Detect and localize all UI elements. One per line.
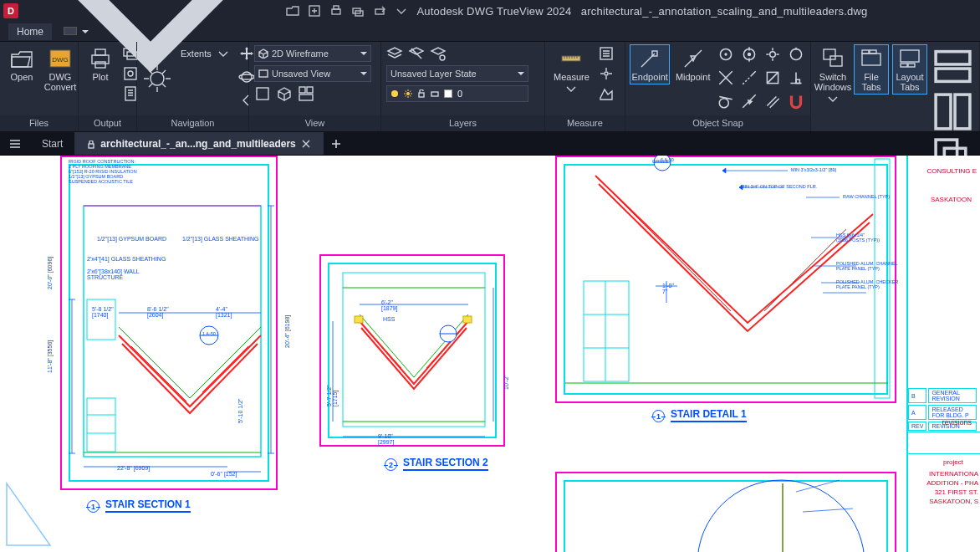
panel-layers-title: Layers (381, 115, 544, 131)
roof-note-1: RIGID ROOF CONSTRUCTION: 2 PLY ROOFING M… (69, 159, 169, 184)
measure-area-icon[interactable] (598, 85, 615, 102)
open-button[interactable]: Open (5, 45, 38, 84)
layer-iso-icon[interactable] (430, 45, 447, 62)
sec2-rh: 10'-2" (503, 375, 509, 390)
close-icon[interactable] (301, 139, 311, 149)
ui-tile-v-icon[interactable] (932, 124, 974, 135)
osnap-perpendicular-icon[interactable] (787, 69, 805, 87)
dim-run-left: 5'-8 1/2"[1740] (92, 306, 114, 318)
ui-tile-h-icon[interactable] (932, 79, 974, 90)
print-icon[interactable] (329, 4, 343, 18)
osnap-nearest-icon[interactable] (740, 92, 758, 110)
svg-rect-13 (125, 68, 136, 79)
svg-rect-40 (796, 79, 799, 83)
document-tab[interactable]: architectural_-_an...ng_and_multileaders (75, 132, 323, 155)
osnap-center-icon[interactable] (717, 45, 735, 64)
start-tab[interactable]: Start (30, 132, 75, 155)
det-b: MIN 3/4" ON TOP OF SECOND FLR. (741, 184, 817, 189)
view-cube-icon[interactable] (276, 85, 293, 102)
zoom-extents-button[interactable]: Extents (177, 45, 233, 62)
svg-rect-44 (862, 54, 880, 65)
svg-point-38 (790, 49, 801, 59)
osnap-parallel-icon[interactable] (763, 92, 782, 110)
endpoint-button[interactable]: Endpoint (630, 45, 669, 84)
panel-navigation: Extents Navigation (137, 42, 249, 131)
plot-button[interactable]: Plot (84, 45, 117, 84)
svg-rect-22 (307, 87, 313, 93)
ucs-indicator (3, 473, 54, 549)
home-tab[interactable]: Home (8, 23, 52, 40)
lock-icon (87, 140, 95, 148)
osnap-intersection-icon[interactable] (717, 69, 735, 87)
ruler-icon (559, 47, 583, 70)
osnap-insertion-icon[interactable] (763, 69, 782, 87)
sec1-callout: 1 A-50 (202, 331, 216, 336)
named-view-dropdown[interactable]: Unsaved View (254, 65, 371, 82)
dim-uh: 20'-0" [6096] (47, 257, 53, 289)
dim-run-right: 4'-4"[1321] (216, 306, 232, 318)
panel-measure: Measure Measure (545, 42, 625, 131)
page-setup-icon[interactable] (122, 85, 139, 102)
osnap-tangent-icon[interactable] (717, 92, 735, 110)
svg-point-14 (128, 71, 133, 76)
title-bar: D Autodesk DWG TrueView 2024 architectur… (0, 0, 980, 22)
svg-point-41 (719, 99, 728, 108)
osnap-extension-icon[interactable] (740, 69, 758, 87)
drawing-viewport[interactable]: RIGID ROOF CONSTRUCTION: 2 PLY ROOFING M… (0, 156, 980, 552)
new-tab-icon[interactable] (324, 132, 349, 155)
publish-icon[interactable] (373, 4, 386, 18)
svg-rect-48 (901, 64, 907, 67)
osnap-geocenter-icon[interactable] (740, 45, 758, 64)
svg-rect-99 (463, 316, 472, 323)
layout-tabs-button[interactable]: Layout Tabs (893, 45, 926, 94)
osnap-node-icon[interactable] (763, 45, 782, 64)
open-icon[interactable] (286, 4, 299, 18)
sec1-title: STAIR SECTION 1 (105, 498, 191, 513)
document-tab-label: architectural_-_an...ng_and_multileaders (100, 138, 295, 150)
dwg-convert-button[interactable]: DWG DWG Convert (43, 45, 77, 94)
dim-lh: 11'-8" [3556] (47, 340, 53, 373)
panel-layers: Unsaved Layer State 0 Layers (381, 42, 545, 131)
osnap-magnet-icon[interactable] (787, 92, 805, 110)
visual-style-dropdown[interactable]: 2D Wireframe (254, 45, 371, 62)
svg-text:DWG: DWG (52, 56, 69, 64)
plot-preview-icon[interactable] (122, 65, 139, 82)
svg-rect-45 (862, 50, 869, 54)
appearance-tab[interactable] (55, 23, 100, 40)
batch-print-icon[interactable] (351, 4, 365, 18)
file-tabs-button[interactable]: File Tabs (855, 45, 888, 94)
layer-prop-icon[interactable] (386, 45, 403, 62)
svg-rect-19 (259, 70, 268, 77)
qat-dropdown-icon[interactable] (395, 4, 408, 18)
batch-plot-icon[interactable] (122, 45, 139, 62)
sec2-w: 9'-10"[2997] (378, 433, 394, 445)
current-layer-dropdown[interactable]: 0 (386, 85, 528, 102)
panel-files-title: Files (0, 115, 78, 131)
measure-button[interactable]: Measure (550, 45, 593, 92)
windows-icon (821, 47, 845, 70)
svg-point-31 (605, 72, 608, 75)
midpoint-button[interactable]: Midpoint (674, 45, 712, 84)
consult-label: CONSULTING E (927, 167, 977, 176)
measure-id-icon[interactable] (598, 65, 615, 82)
layer-state-dropdown[interactable]: Unsaved Layer State (386, 65, 528, 82)
svg-point-26 (406, 92, 410, 95)
measure-list-icon[interactable] (598, 45, 615, 62)
stair-section-2-drawing (319, 254, 505, 447)
switch-windows-button[interactable]: Switch Windows (816, 45, 850, 102)
titleblock-strip: CONSULTING E SASKATOON BGENERAL REVISION… (906, 156, 980, 552)
layer-off-icon[interactable] (408, 45, 425, 62)
svg-rect-98 (355, 316, 363, 323)
note-gypsum: 1/2"[13] GYPSUM BOARD (97, 236, 166, 242)
dwg-convert-icon[interactable] (308, 4, 321, 18)
panel-ui: Switch Windows File Tabs Layout Tabs Use… (811, 42, 980, 131)
bulb-on-icon (390, 89, 399, 98)
det1-title: STAIR DETAIL 1 (671, 408, 747, 422)
proj-line3: 321 FIRST ST. (935, 488, 978, 497)
tabs-menu-icon[interactable] (0, 132, 30, 155)
osnap-quadrant-icon[interactable] (787, 45, 805, 64)
osnap-grid (717, 45, 805, 110)
view-manage-icon[interactable] (254, 85, 271, 102)
viewport-icon[interactable] (298, 85, 314, 102)
orbit-compass-icon[interactable] (142, 64, 172, 94)
